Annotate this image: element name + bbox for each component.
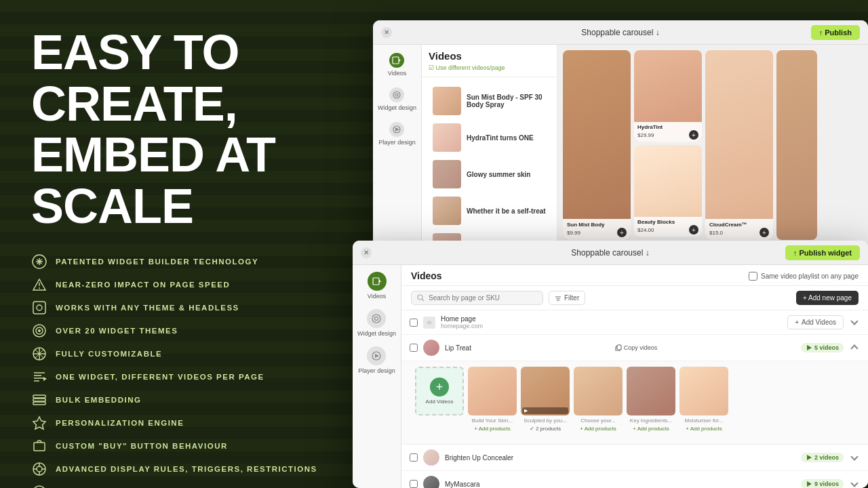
add-videos-card[interactable]: + Add Videos [415,367,464,415]
home-add-videos-button[interactable]: + Add Videos [787,315,844,329]
add-cart-btn-2[interactable]: + [689,130,698,140]
list-item: NEAR-ZERO IMPACT ON PAGE SPEED [31,277,332,293]
back-window-main-header: Videos ☑ Use different videos/page [422,45,557,77]
pages-list: Home page homepage.com + Add Videos [401,310,868,488]
video-count-icon-3 [806,481,812,487]
mascara-video-count: 9 videos [801,479,844,488]
search-container [411,291,543,305]
svg-rect-25 [33,395,45,398]
back-publish-button[interactable]: ↑ Publish [811,25,860,40]
preview-col-3: CloudCream™ $15.0 + [705,50,773,259]
add-cart-btn-3[interactable]: + [689,225,698,235]
sidebar-item-widget-design-back[interactable]: Widget design [378,87,416,111]
sidebar-item-widget-design-front[interactable]: Widget design [357,309,396,337]
carousel-item-2[interactable]: ▶ Sculpted by you... ✓ 2 products [521,367,570,432]
search-input[interactable] [429,294,537,302]
right-panel: ✕ Shoppable carousel ↓ ↑ Publish Videos [353,0,868,488]
svg-rect-23 [33,402,45,405]
main-headline: EASY TO CREATE, EMBED AT SCALE [31,27,332,232]
patented-icon [31,253,47,270]
list-item: PATENTED WIDGET BUILDER TECHNOLOGY [31,253,332,270]
page-info: Home page homepage.com [441,315,483,329]
back-window-close[interactable]: ✕ [381,27,392,38]
front-window-close[interactable]: ✕ [361,247,372,258]
mascara-checkbox[interactable] [410,480,418,488]
carousel-item-4[interactable]: Key Ingredients... + Add products [627,367,675,432]
video-item[interactable]: HydraTint turns ONE [427,119,551,156]
front-window-sidebar: Videos Widget design [353,265,401,488]
videos-carousel: + Add Videos Build Your Skin... + Add pr… [410,361,860,437]
add-new-page-button[interactable]: + Add new page [796,291,859,305]
carousel-item-3[interactable]: Choose your... + Add products [574,367,623,432]
product-preview-area: Sun Mist Body $9.99 + HydraTint [557,45,868,264]
svg-marker-57 [807,345,812,350]
left-panel: EASY TO CREATE, EMBED AT SCALE PATENTED … [0,0,359,488]
mascara-avatar [423,476,439,488]
widget-design-icon [389,87,404,102]
add-cart-btn-4[interactable]: + [760,228,769,237]
lip-treat-checkbox[interactable] [410,344,418,352]
svg-point-46 [372,314,380,323]
video-thumb-2: ▶ [521,367,570,415]
copy-videos-button[interactable]: Copy videos [615,344,658,351]
video-item[interactable]: Whether it be a self-treat [427,192,551,229]
front-publish-button[interactable]: ↑ Publish widget [785,245,860,260]
back-window: ✕ Shoppable carousel ↓ ↑ Publish Videos [373,20,868,264]
preview-card-3: Beauty Blocks $24.00 + [634,145,702,237]
svg-point-7 [39,287,40,289]
player-design-icon-front [367,346,386,365]
list-item: CUSTOM "BUY" BUTTON BEHAVIOUR [31,438,332,454]
link-icon [423,317,435,329]
preview-col-4 [776,50,817,259]
filter-button[interactable]: Filter [549,291,585,305]
svg-marker-58 [807,455,812,460]
carousel-item-1[interactable]: Build Your Skin... + Add products [468,367,517,432]
front-window-body: Videos Widget design [353,265,868,488]
video-thumb-1 [468,367,517,415]
video-info: Sun Mist Body - SPF 30 Body Spray [467,94,546,108]
copy-icon [615,344,622,351]
concealer-avatar [423,449,439,466]
svg-point-9 [37,305,42,310]
page-row-concealer: Brighten Up Concealer 2 videos [401,445,868,471]
preview-card-2: HydraTint $29.99 + [634,50,702,142]
video-thumbnail [433,123,461,152]
svg-rect-24 [33,399,45,401]
sidebar-item-player-design-back[interactable]: Player design [378,122,416,146]
sidebar-item-videos-front[interactable]: Videos [368,272,387,300]
widget-design-icon-front [367,309,386,328]
bulk-icon [31,392,47,408]
expand-mascara-icon [849,479,860,488]
list-item: OVER 20 WIDGET THEMES [31,323,332,339]
preview-card-5 [776,50,817,240]
concealer-checkbox[interactable] [410,453,418,462]
sidebar-item-player-design-front[interactable]: Player design [358,346,395,374]
svg-point-40 [393,92,400,98]
list-item: BULK EMBEDDING [31,392,332,408]
svg-marker-43 [395,127,399,131]
sidebar-item-videos-back[interactable]: Videos [388,53,406,77]
lip-treat-avatar [423,340,439,356]
search-filter-row: Filter + Add new page [401,286,868,310]
video-item[interactable]: Glowy summer skin [427,156,551,192]
product-info-2: HydraTint $29.99 + [634,122,702,142]
carousel-item-5[interactable]: Moisturiser for... + Add products [679,367,728,432]
add-videos-carousel-item[interactable]: + Add Videos [415,367,464,432]
svg-point-29 [37,466,42,472]
video-item[interactable]: Sun Mist Body - SPF 30 Body Spray [427,83,551,119]
video-list: Sun Mist Body - SPF 30 Body Spray HydraT… [422,77,557,264]
product-info-4: CloudCream™ $15.0 + [705,219,773,240]
svg-marker-22 [43,377,47,381]
front-window-main: Videos Same video playlist on any page [401,265,868,488]
same-playlist-checkbox[interactable] [749,272,757,281]
lip-treat-info: Lip Treat [445,344,471,352]
buybtn-icon [31,438,47,454]
preview-col-2: HydraTint $29.99 + Beauty Blocks $24.00 [634,50,702,259]
svg-marker-45 [379,280,381,283]
front-window-titlebar: ✕ Shoppable carousel ↓ ↑ Publish widget [353,241,868,265]
home-page-checkbox[interactable] [410,319,418,327]
svg-point-12 [38,329,41,332]
use-different-videos-link[interactable]: ☑ Use different videos/page [429,64,550,71]
product-info-3: Beauty Blocks $24.00 + [634,217,702,237]
add-cart-btn-1[interactable]: + [617,228,627,237]
